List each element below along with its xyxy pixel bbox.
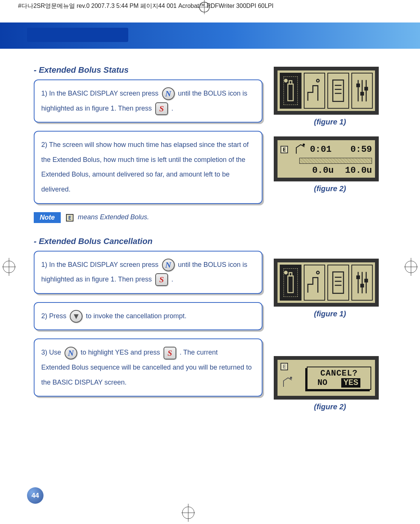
page-content: - Extended Bolus Status 1) In the BASIC … <box>34 56 386 405</box>
print-job-text: #다나2SR영문메뉴얼 rev.0 2007.7.3 5:44 PM 페이지44… <box>18 3 273 9</box>
note-badge: Note <box>34 212 61 223</box>
text: highlighted as in figure 1. Then press <box>41 105 152 112</box>
remaining-amount: 10.0u <box>345 165 372 175</box>
hourglass-hand-icon <box>281 376 293 390</box>
text: to invoke the cancellation prompt. <box>86 312 186 320</box>
text: 2) Press <box>41 312 66 320</box>
svg-rect-31 <box>333 272 344 293</box>
settings-tile <box>351 73 373 109</box>
svg-point-41 <box>290 377 292 379</box>
status-figure-1: (figure 1) <box>274 67 386 126</box>
s-button-icon: S <box>164 347 176 359</box>
cancel-step-2: 2) Press ▼ to invoke the cancellation pr… <box>34 302 262 331</box>
svg-rect-27 <box>288 276 293 293</box>
note-text: E means Extended Bolus. <box>66 213 149 221</box>
figure-caption: (figure 2) <box>274 184 386 193</box>
e-indicator-icon: E <box>280 363 288 370</box>
text: to highlight YES and press <box>81 349 160 356</box>
basal-tile <box>304 73 326 109</box>
remaining-time: 0:59 <box>350 144 372 154</box>
crop-mark-left-icon <box>0 258 18 277</box>
settings-tile <box>351 265 373 301</box>
n-button-icon: N <box>162 87 175 100</box>
s-button-icon: S <box>155 102 168 115</box>
figure-caption: (figure 1) <box>274 118 386 126</box>
svg-rect-13 <box>289 81 292 84</box>
svg-point-14 <box>285 79 287 82</box>
figure-caption: (figure 1) <box>274 310 386 318</box>
elapsed-time: 0:01 <box>310 144 332 154</box>
status-step-2: 2) The screen will show how much time ha… <box>34 131 262 204</box>
dialog-no-option: NO <box>317 378 327 388</box>
cancel-figure-2: E CANCEL? NO YES (figure 2) <box>274 356 386 411</box>
print-job-header: #다나2SR영문메뉴얼 rev.0 2007.7.3 5:44 PM 페이지44… <box>18 2 402 10</box>
device-screen: E 0:01 0:59 0.0u 10.0u <box>274 136 379 181</box>
cancel-step-1: 1) In the BASIC DISPLAY screen press N u… <box>34 251 262 294</box>
n-button-icon: N <box>64 347 77 359</box>
text: 1) In the BASIC DISPLAY screen press <box>41 90 158 97</box>
cancel-step-3: 3) Use N to highlight YES and press S . … <box>34 338 262 397</box>
svg-rect-38 <box>357 276 359 278</box>
crop-mark-top-icon <box>197 0 212 14</box>
e-indicator-icon: E <box>66 214 74 222</box>
progress-bar <box>299 158 372 164</box>
dialog-title: CANCEL? <box>310 369 368 378</box>
text: highlighted as in figure 1. Then press <box>41 275 152 283</box>
cancel-dialog: CANCEL? NO YES <box>307 367 371 390</box>
device-screen <box>274 67 379 115</box>
text: Extended Bolus sequence will be cancelle… <box>41 364 252 386</box>
down-button-icon: ▼ <box>70 310 82 323</box>
svg-rect-24 <box>361 92 363 95</box>
text: 1) In the BASIC DISPLAY screen press <box>41 261 158 268</box>
bolus-tile-highlighted <box>280 265 302 301</box>
svg-rect-12 <box>288 84 293 101</box>
svg-rect-16 <box>333 80 344 101</box>
text: until the BOLUS icon is <box>178 261 248 268</box>
s-button-icon: S <box>155 273 168 286</box>
bolus-tile-highlighted <box>280 73 302 109</box>
hourglass-hand-icon <box>294 142 306 156</box>
svg-rect-40 <box>364 279 367 282</box>
basal-tile <box>304 265 326 301</box>
svg-rect-28 <box>289 272 292 276</box>
text: until the BOLUS icon is <box>178 90 248 97</box>
status-step-1: 1) In the BASIC DISPLAY screen press N u… <box>34 79 262 123</box>
text: 3) Use <box>41 349 61 356</box>
text: . The current <box>180 349 218 356</box>
text: . <box>171 275 173 283</box>
svg-rect-23 <box>357 84 359 87</box>
review-tile <box>327 265 349 301</box>
text: . <box>171 105 173 112</box>
delivered-amount: 0.0u <box>312 165 334 175</box>
svg-point-15 <box>316 79 319 82</box>
banner-tab <box>27 28 128 42</box>
text: 2) The screen will show how much time ha… <box>41 141 249 193</box>
svg-point-30 <box>316 271 319 274</box>
status-figure-2: E 0:01 0:59 0.0u 10.0u (figure 2) <box>274 136 386 193</box>
note-row: Note E means Extended Bolus. <box>34 212 386 223</box>
device-screen: E CANCEL? NO YES <box>274 356 379 400</box>
svg-rect-39 <box>361 284 363 287</box>
cancel-heading: - Extended Bolus Cancellation <box>34 237 386 246</box>
device-screen <box>274 259 379 307</box>
figure-caption: (figure 2) <box>274 403 386 411</box>
page-number-badge: 44 <box>27 487 44 504</box>
crop-mark-right-icon <box>402 258 420 277</box>
page-number: 44 <box>32 492 39 500</box>
svg-rect-25 <box>364 87 367 90</box>
review-tile <box>327 73 349 109</box>
n-button-icon: N <box>162 259 175 271</box>
e-indicator-icon: E <box>280 146 288 153</box>
crop-mark-bottom-icon <box>179 504 197 523</box>
svg-point-26 <box>303 144 304 145</box>
text: means Extended Bolus. <box>78 213 149 221</box>
dialog-yes-option: YES <box>341 378 361 388</box>
svg-point-29 <box>285 271 287 274</box>
cancel-figure-1: (figure 1) <box>274 259 386 318</box>
